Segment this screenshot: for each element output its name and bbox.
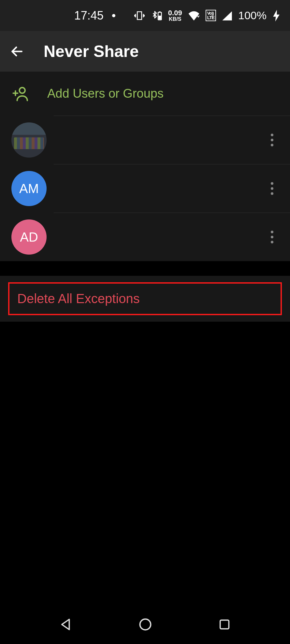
svg-rect-2 [158,16,161,20]
svg-point-8 [271,187,273,190]
svg-point-5 [271,139,273,141]
add-users-label: Add Users or Groups [47,87,164,101]
svg-point-12 [271,241,273,243]
section-gap [0,261,290,276]
charging-bolt-icon [272,10,280,21]
delete-section: Delete All Exceptions [0,276,290,322]
svg-point-10 [271,231,273,233]
svg-point-6 [271,144,273,146]
vibrate-icon [134,10,145,21]
add-person-icon [11,86,29,102]
status-dot-icon [112,14,115,17]
signal-icon [222,11,232,21]
nav-back-button[interactable] [59,618,73,631]
delete-all-exceptions-button[interactable]: Delete All Exceptions [8,282,282,315]
svg-point-9 [271,192,273,195]
svg-point-7 [271,182,273,185]
svg-point-3 [19,87,25,93]
delete-all-label: Delete All Exceptions [17,291,140,306]
avatar: AM [11,171,47,206]
nav-recents-button[interactable] [218,618,231,631]
user-list-item[interactable] [0,116,290,164]
status-bar: 17:45 0.09 KB/S Vo)) LTE 100% [0,0,290,31]
status-time: 17:45 [74,9,104,22]
more-options-button[interactable] [262,130,282,150]
battery-percentage: 100% [238,9,267,22]
bluetooth-battery-icon [151,10,162,21]
svg-point-11 [271,236,273,238]
svg-point-4 [271,134,273,136]
svg-rect-1 [159,11,161,12]
avatar: AD [11,219,47,255]
back-button[interactable] [10,44,24,59]
more-options-button[interactable] [262,227,282,247]
user-list-item[interactable]: AM [0,164,290,213]
nav-home-button[interactable] [138,617,152,632]
app-bar: Never Share [0,31,290,72]
navigation-bar [0,605,290,644]
network-speed-indicator: 0.09 KB/S [168,9,182,22]
more-options-button[interactable] [262,179,282,198]
add-users-button[interactable]: Add Users or Groups [0,72,290,116]
content-area: Add Users or Groups AM AD [0,72,290,261]
svg-rect-14 [220,620,229,629]
avatar [11,122,47,158]
svg-point-13 [140,619,151,630]
wifi-icon [188,11,200,21]
user-list-item[interactable]: AD [0,213,290,261]
page-title: Never Share [44,42,139,61]
volte-icon: Vo)) LTE [206,10,216,21]
